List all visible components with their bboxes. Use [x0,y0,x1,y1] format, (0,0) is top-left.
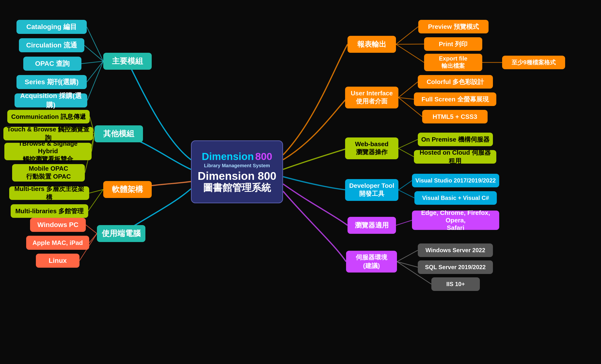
node-onpremise: On Premise 機構伺服器 [418,133,493,146]
svg-line-23 [398,181,412,190]
node-touchbrowse: Touch & Browse 觸控瀏覽查詢 [3,127,93,140]
node-linux: Linux [36,254,80,268]
svg-line-1 [84,45,103,61]
node-userinterface: User Interface 使用者介面 [345,87,398,108]
center-dim-text: Dimension [202,151,254,163]
node-opac: OPAC 查詢 [23,57,81,71]
node-circulation: Circulation 流通 [19,38,84,52]
node-multitiers: Multi-tiers 多層次主從架構 [9,186,89,200]
center-main-1: Dimension 800 [198,170,277,182]
node-windowspc: Windows PC [30,218,86,232]
center-main-2: 圖書館管理系統 [203,182,271,193]
node-browser: 瀏覽器適用 [348,217,396,234]
node-9formats: 至少9種檔案格式 [502,56,565,69]
node-visualstudio: Visual Studio 2017/2019/2022 [412,174,499,187]
node-zhuyao: 主要模組 [103,53,152,70]
node-webbased: Web-based 瀏覽器操作 [345,137,398,159]
node-sqlserver: SQL Server 2019/2022 [418,260,493,274]
node-shiyong: 使用端電腦 [97,225,145,242]
svg-line-2 [81,61,103,64]
svg-line-10 [88,190,103,211]
center-800-text: 800 [255,151,272,163]
node-server: 伺服器環境 (建議) [346,251,397,273]
svg-line-4 [87,61,103,100]
svg-line-26 [397,250,418,262]
node-ruanti: 軟體架構 [103,181,152,198]
node-exportfile: Export file 輸出檔案 [424,54,482,71]
node-hosted: Hosted on Cloud 伺服器租用 [414,150,496,164]
svg-line-24 [398,190,414,198]
node-tbrowse: TBrowse & Signage Hybrid 觸控瀏覽看板雙合 [4,143,92,160]
node-qita: 其他模組 [94,125,143,142]
svg-line-14 [396,27,418,44]
node-fullscreen: Full Screen 全螢幕展現 [414,92,496,106]
node-communication: Communication 訊息傳遞 [7,110,90,124]
center-node: Dimension 800 Library Management System … [191,140,283,203]
svg-line-15 [396,44,424,44]
svg-line-19 [398,97,414,99]
node-acquisition: Acquisition 採購(選購) [15,93,87,107]
node-multilibraries: Multi-libraries 多館管理 [11,204,88,218]
node-baobiao: 報表輸出 [348,36,396,53]
svg-line-27 [397,262,418,267]
node-html5: HTML5 + CSS3 [422,110,488,124]
node-applemac: Apple MAC, iPad [26,236,89,250]
node-colorful: Colorful 多色彩設計 [418,75,493,89]
svg-line-25 [396,220,412,225]
svg-line-3 [87,61,103,82]
node-browsers-list: Edge, Chrome, Firefox, Opera, Safari [412,211,499,230]
node-devtool: Developer Tool 開發工具 [345,179,398,201]
svg-line-11 [86,225,97,234]
svg-line-21 [398,139,418,148]
node-iis: IIS 10+ [431,277,480,291]
node-cataloging: Cataloging 編目 [17,20,87,34]
center-lms-text: Library Management System [204,163,270,168]
svg-line-0 [87,27,103,61]
svg-line-16 [396,44,424,62]
node-print: Print 列印 [424,37,482,51]
svg-line-12 [89,234,97,243]
svg-line-22 [398,148,414,157]
node-winserver: Windows Server 2022 [418,243,493,257]
svg-line-9 [89,190,103,193]
node-mobileopac: Mobile OPAC 行動裝置 OPAC [12,164,85,182]
node-preview: Preview 預覽模式 [418,20,489,33]
node-visualbasic: Visual Basic + Visual C# [414,191,497,205]
node-series: Series 期刊(選購) [17,75,87,89]
